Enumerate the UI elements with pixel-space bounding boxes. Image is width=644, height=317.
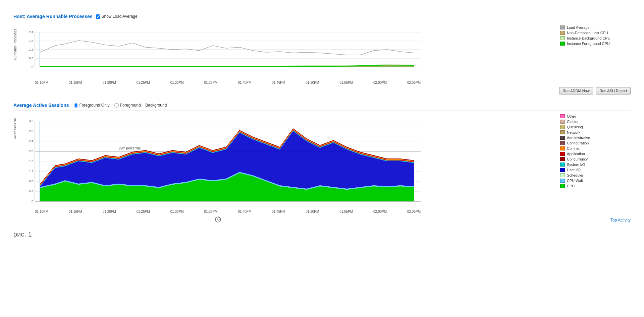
legend-swatch-network (560, 130, 565, 134)
section1-legend: Load Average Non-Database Host CPU Insta… (557, 25, 631, 47)
section2-y-label: Active Sessions (13, 118, 18, 139)
legend-swatch-fg-cpu (560, 42, 565, 46)
svg-text:2.4: 2.4 (29, 139, 33, 143)
x-label: 01:20PM (103, 81, 116, 84)
section2-title: Average Active Sessions (13, 103, 69, 108)
svg-text:0: 0 (32, 200, 33, 203)
radio-foreground-background-input[interactable] (114, 103, 119, 108)
x-label: 02:00PM (373, 210, 387, 213)
x-label: 01:35PM (204, 210, 218, 213)
x-label: 01:45PM (272, 81, 285, 84)
x-label: 02:00PM (373, 81, 387, 84)
legend-item-cpu-wait: CPU Wait (560, 179, 631, 183)
x-label: 01:55PM (339, 81, 353, 84)
section2-legend: Other Cluster Queueing Network Administr… (557, 114, 631, 189)
legend-swatch-cpu (560, 184, 565, 188)
legend-label-application: Application (567, 152, 585, 156)
bottom-row: ↻ Top Activity (13, 216, 631, 224)
legend-item-fg-cpu: Instance Foreground CPU (560, 42, 631, 46)
legend-item-concurrency: Concurrency (560, 157, 631, 161)
legend-label-bg-cpu: Instance Background CPU (567, 36, 610, 40)
section2-chart-wrapper: 3.2 2.8 2.4 2.0 1.6 1.2 0.8 0.4 0 99th p… (21, 114, 553, 213)
legend-item-configuration: Configuration (560, 141, 631, 145)
legend-item-administrative: Administrative (560, 136, 631, 140)
section1-chart-area: Runnable Processes 2.4 1.8 (13, 25, 631, 84)
legend-swatch-configuration (560, 141, 565, 145)
legend-item-cluster: Cluster (560, 120, 631, 124)
legend-swatch-non-db-cpu (560, 31, 565, 35)
legend-item-system-io: System I/O (560, 163, 631, 167)
section2-x-labels: 01:10PM 01:15PM 01:20PM 01:25PM 01:30PM … (21, 210, 424, 213)
svg-text:2.0: 2.0 (29, 149, 33, 153)
legend-swatch-application (560, 152, 565, 156)
section1-buttons-row: Run ADDM Now Run ASH Report (13, 87, 631, 94)
x-label: 01:50PM (306, 81, 319, 84)
legend-label-network: Network (567, 130, 580, 134)
section2-svg-container: 3.2 2.8 2.4 2.0 1.6 1.2 0.8 0.4 0 99th p… (21, 114, 553, 213)
page-container: Host: Average Runnable Processes Show Lo… (0, 0, 644, 245)
show-load-average-label[interactable]: Show Load Average (96, 14, 138, 19)
radio-foreground-only-input[interactable] (74, 103, 78, 108)
legend-label-load-average: Load Average (567, 25, 590, 29)
svg-text:99th percentile: 99th percentile (119, 146, 141, 150)
legend-label-cpu: CPU (567, 184, 575, 188)
run-addm-now-button[interactable]: Run ADDM Now (559, 87, 593, 94)
refresh-icon[interactable]: ↻ (215, 216, 221, 223)
x-label: 01:50PM (306, 210, 319, 213)
radio-foreground-background-label: Foreground + Background (120, 103, 167, 108)
x-label: 02:05PM (407, 81, 421, 84)
legend-item-cpu: CPU (560, 184, 631, 188)
refresh-icon-area: ↻ (13, 216, 221, 224)
x-label: 01:10PM (35, 210, 48, 213)
legend-swatch-load-average (560, 25, 565, 29)
legend-item-non-db-cpu: Non-Database Host CPU (560, 31, 631, 35)
legend-swatch-cpu-wait (560, 179, 565, 183)
legend-item-bg-cpu: Instance Background CPU (560, 36, 631, 40)
svg-text:0.4: 0.4 (29, 190, 33, 193)
legend-label-administrative: Administrative (567, 136, 590, 140)
legend-swatch-bg-cpu (560, 36, 565, 40)
section1-svg-container: 2.4 1.8 1.2 0.6 0 0 (21, 25, 553, 84)
legend-swatch-queueing (560, 125, 565, 129)
legend-label-cluster: Cluster (567, 120, 579, 124)
svg-text:1.2: 1.2 (29, 48, 33, 51)
legend-label-commit: Commit (567, 146, 580, 150)
section1-divider (13, 22, 631, 22)
x-label: 01:40PM (238, 81, 251, 84)
svg-text:↻: ↻ (217, 218, 220, 221)
legend-label-cpu-wait: CPU Wait (567, 179, 583, 183)
x-label: 01:45PM (272, 210, 285, 213)
legend-item-network: Network (560, 130, 631, 134)
svg-text:2.4: 2.4 (29, 30, 33, 34)
svg-text:3.2: 3.2 (29, 119, 33, 123)
run-ash-report-button[interactable]: Run ASH Report (596, 87, 631, 94)
radio-foreground-only[interactable]: Foreground Only (74, 103, 110, 108)
legend-swatch-commit (560, 146, 565, 150)
x-label: 01:25PM (137, 210, 150, 213)
legend-label-concurrency: Concurrency (567, 157, 588, 161)
legend-item-queueing: Queueing (560, 125, 631, 129)
x-label: 01:30PM (170, 210, 184, 213)
section2-chart-area: Active Sessions (13, 114, 631, 213)
radio-foreground-background[interactable]: Foreground + Background (114, 103, 167, 108)
svg-text:1.2: 1.2 (29, 170, 33, 173)
x-label: 01:30PM (170, 81, 184, 84)
x-label: 01:40PM (238, 210, 251, 213)
legend-swatch-cluster (560, 120, 565, 124)
legend-item-commit: Commit (560, 146, 631, 150)
legend-label-queueing: Queueing (567, 125, 583, 129)
svg-text:1.8: 1.8 (29, 39, 33, 43)
legend-label-scheduler: Scheduler (567, 173, 584, 177)
show-load-average-checkbox[interactable] (96, 14, 100, 19)
legend-label-non-db-cpu: Non-Database Host CPU (567, 31, 608, 35)
section1-title: Host: Average Runnable Processes (13, 14, 93, 19)
section2-header: Average Active Sessions Foreground Only … (13, 103, 631, 108)
legend-label-system-io: System I/O (567, 163, 585, 167)
svg-text:1.6: 1.6 (29, 160, 33, 163)
x-label: 02:05PM (407, 210, 421, 213)
svg-text:2.8: 2.8 (29, 129, 33, 133)
top-activity-link[interactable]: Top Activity (610, 218, 631, 223)
legend-swatch-user-io (560, 168, 565, 172)
x-label: 01:35PM (204, 81, 218, 84)
legend-item-application: Application (560, 152, 631, 156)
